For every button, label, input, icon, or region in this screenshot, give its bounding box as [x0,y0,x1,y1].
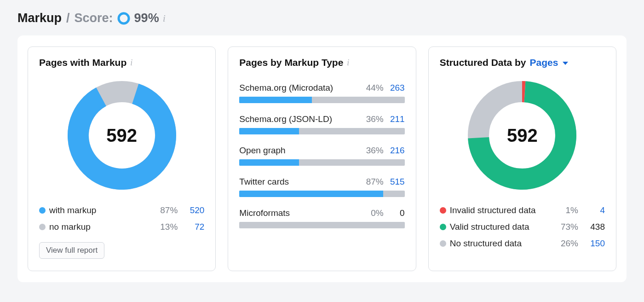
bar-fill [239,159,299,166]
legend-pct: 1% [557,205,583,215]
bar-value-link[interactable]: 211 [390,114,405,124]
legend-dot-icon [39,224,46,230]
bar-label: Schema.org (Microdata) [239,83,333,93]
info-icon[interactable]: i [347,58,349,68]
breadcrumb-separator: / [66,11,70,25]
card-title: Pages with Markup i [39,57,204,68]
card-title-prefix: Structured Data by [440,57,526,68]
bar-fill [239,97,312,103]
bar-value: 0 [390,208,405,218]
bar-value-link[interactable]: 263 [390,83,405,93]
legend-value-link[interactable]: 520 [182,205,204,215]
legend-value-link[interactable]: 72 [182,222,204,232]
card-title-text: Pages by Markup Type [239,57,343,68]
card-title-text: Pages with Markup [39,57,126,68]
bar-fill [239,191,383,197]
legend-label: Valid structured data [450,222,557,232]
legend-dot-icon [440,207,446,214]
view-full-report-button[interactable]: View full report [39,242,104,259]
legend-label: No structured data [450,238,557,249]
bar-track [239,128,404,134]
score-value: 99% [134,11,159,25]
info-icon[interactable]: i [163,12,166,24]
donut-center-value: 592 [465,78,579,192]
legend-structured: Invalid structured data 1% 4 Valid struc… [440,205,605,249]
score-ring-icon [117,12,131,25]
legend-label: with markup [49,205,156,215]
bar-track [239,222,404,228]
bar-item: Microformats 0% 0 [239,208,404,228]
bar-label: Open graph [239,145,285,156]
legend-dot-icon [440,240,446,247]
bar-item: Schema.org (Microdata) 44% 263 [239,83,404,103]
legend-dot-icon [440,224,446,230]
legend-row: no markup 13% 72 [39,222,204,232]
card-pages-with-markup: Pages with Markup i 592 with markup 87% … [28,46,216,271]
bar-label: Schema.org (JSON-LD) [239,114,332,124]
legend-value: 438 [583,222,605,232]
legend-pct: 13% [156,222,182,232]
donut-center-value: 592 [65,78,179,192]
legend-pct: 73% [557,222,583,232]
legend-row: Invalid structured data 1% 4 [440,205,605,215]
donut-chart-structured: 592 [465,78,579,192]
bar-track [239,191,404,197]
dropdown-label: Pages [530,57,558,68]
legend-pct: 26% [557,238,583,249]
bar-label: Microformats [239,208,290,218]
page-title: Markup [17,11,62,25]
bar-label: Twitter cards [239,177,289,187]
legend-markup: with markup 87% 520 no markup 13% 72 [39,205,204,232]
cards-panel: Pages with Markup i 592 with markup 87% … [17,35,627,282]
bar-pct: 0% [371,208,383,218]
bar-item: Open graph 36% 216 [239,145,404,166]
bar-item: Schema.org (JSON-LD) 36% 211 [239,114,404,134]
score-label: Score: [75,11,113,25]
legend-label: no markup [49,222,156,232]
legend-dot-icon [39,207,46,214]
card-title: Pages by Markup Type i [239,57,404,68]
card-structured-data: Structured Data by Pages 592 [428,46,616,271]
bar-pct: 44% [366,83,384,93]
legend-value-link[interactable]: 4 [583,205,605,215]
bar-track [239,97,404,103]
legend-pct: 87% [156,205,182,215]
bar-pct: 36% [366,145,384,156]
legend-row: with markup 87% 520 [39,205,204,215]
bar-item: Twitter cards 87% 515 [239,177,404,197]
card-pages-by-markup-type: Pages by Markup Type i Schema.org (Micro… [228,46,416,271]
bar-value-link[interactable]: 216 [390,145,405,156]
structured-by-dropdown[interactable]: Pages [530,57,569,68]
bar-list: Schema.org (Microdata) 44% 263 Schema.or… [239,83,404,228]
page-header: Markup / Score: 99% i [17,11,627,25]
legend-value-link[interactable]: 150 [583,238,605,249]
legend-row: Valid structured data 73% 438 [440,222,605,232]
chevron-down-icon [563,62,568,65]
svg-point-1 [119,13,129,23]
donut-chart-markup: 592 [65,78,179,192]
bar-pct: 87% [366,177,384,187]
legend-row: No structured data 26% 150 [440,238,605,249]
bar-value-link[interactable]: 515 [390,177,405,187]
bar-pct: 36% [366,114,384,124]
bar-track [239,159,404,166]
card-title: Structured Data by Pages [440,57,605,68]
info-icon[interactable]: i [130,58,132,68]
legend-label: Invalid structured data [450,205,557,215]
bar-fill [239,128,299,134]
